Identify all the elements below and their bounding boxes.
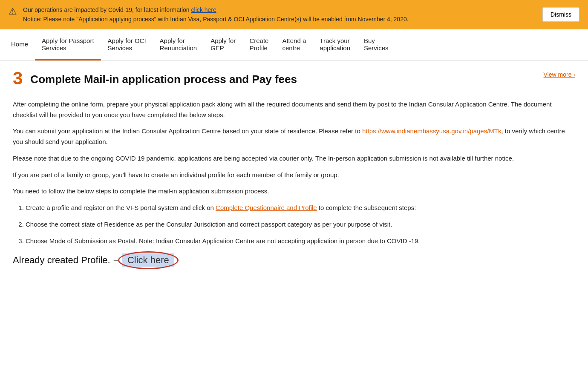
- click-here-link[interactable]: Click here: [122, 253, 174, 267]
- nav-track-application[interactable]: Track yourapplication: [313, 29, 357, 60]
- step-title: Complete Mail-in application process and…: [30, 69, 297, 86]
- embassy-link[interactable]: https://www.indianembassyusa.gov.in/page…: [362, 127, 502, 135]
- view-more-link[interactable]: View more ›: [544, 71, 575, 78]
- already-created-text: Already created Profile.: [13, 255, 110, 266]
- covid-click-here-link[interactable]: click here: [191, 6, 216, 13]
- nav-attend-centre[interactable]: Attend acentre: [275, 29, 313, 60]
- step1-pre: Create a profile and register on the VFS…: [26, 204, 216, 211]
- paragraph-1: After completing the online form, prepar…: [13, 99, 575, 121]
- notice-text: Notice: Please note "Application applyin…: [23, 16, 409, 23]
- nav-apply-passport[interactable]: Apply for PassportServices: [35, 29, 101, 60]
- covid-banner: ⚠ Our operations are impacted by Covid-1…: [0, 0, 588, 29]
- nav-apply-oci[interactable]: Apply for OCIServices: [101, 29, 153, 60]
- nav-buy-services[interactable]: BuyServices: [357, 29, 395, 60]
- dash-label: –: [114, 255, 119, 266]
- warning-icon: ⚠: [9, 6, 17, 17]
- nav-apply-gep[interactable]: Apply forGEP: [204, 29, 242, 60]
- paragraph-5: You need to follow the below steps to co…: [13, 186, 575, 197]
- dismiss-button[interactable]: Dismiss: [542, 7, 579, 22]
- paragraph-3: Please note that due to the ongoing COVI…: [13, 153, 575, 164]
- content-body: After completing the online form, prepar…: [13, 99, 575, 266]
- para2-pre: You can submit your application at the I…: [13, 127, 362, 135]
- list-item-3: Choose Mode of Submission as Postal. Not…: [26, 236, 575, 247]
- list-item-2: Choose the correct state of Residence as…: [26, 219, 575, 230]
- paragraph-2: You can submit your application at the I…: [13, 126, 575, 147]
- covid-text: Our operations are impacted by Covid-19,…: [23, 6, 191, 13]
- list-item-1: Create a profile and register on the VFS…: [26, 203, 575, 213]
- already-created-section: Already created Profile. – Click here: [13, 255, 575, 266]
- main-content: 3 Complete Mail-in application process a…: [0, 61, 588, 283]
- step1-post: to complete the subsequent steps:: [317, 204, 416, 211]
- nav-apply-renunciation[interactable]: Apply forRenunciation: [153, 29, 204, 60]
- paragraph-4: If you are part of a family or group, yo…: [13, 170, 575, 181]
- nav-create-profile[interactable]: CreateProfile: [242, 29, 275, 60]
- step-header: 3 Complete Mail-in application process a…: [13, 69, 575, 87]
- step-number: 3: [13, 69, 23, 87]
- questionnaire-link[interactable]: Complete Questionnaire and Profile: [216, 204, 317, 211]
- banner-text-container: Our operations are impacted by Covid-19,…: [23, 5, 536, 24]
- nav-home[interactable]: Home: [4, 29, 35, 60]
- main-nav: Home Apply for PassportServices Apply fo…: [0, 29, 588, 61]
- click-here-wrapper: Click here: [122, 255, 174, 266]
- steps-list: Create a profile and register on the VFS…: [26, 203, 575, 246]
